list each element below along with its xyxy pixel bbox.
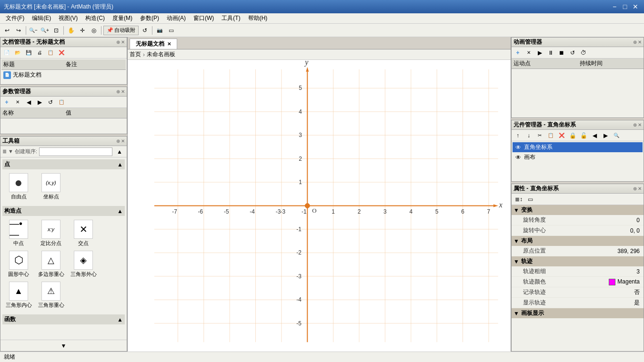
auto-snap-button[interactable]: 📌 自动吸附 [103,26,139,35]
anim-play-btn[interactable]: ▶ [534,48,545,58]
doc-open-btn[interactable]: 📂 [12,48,23,58]
tool-section-points-header[interactable]: 点 ▲ [2,159,125,169]
menu-measure[interactable]: 度量(M) [109,13,136,23]
param-add-btn[interactable]: + [1,97,12,108]
props-panel-close[interactable]: ✕ [638,186,642,191]
close-button[interactable]: ✕ [631,2,640,11]
elem-cut-btn[interactable]: ✂ [534,130,545,141]
trail-color-box[interactable] [609,279,615,285]
elem-row-1[interactable]: 👁 画布 [513,152,643,162]
anim-stop-btn[interactable]: ⏹ [556,48,567,58]
props-sort-btn[interactable]: ≣↕ [513,194,524,205]
anim-time-btn[interactable]: ⏱ [578,48,589,58]
doc-row-0[interactable]: 📄 无标题文档 [1,70,126,80]
anim-del-btn[interactable]: ✕ [523,48,534,58]
maximize-button[interactable]: □ [620,2,630,11]
refresh-button[interactable]: ↺ [140,25,150,36]
menu-file[interactable]: 文件(F) [2,13,28,23]
tool-section-construct-header[interactable]: 构造点 ▲ [2,206,125,216]
toolbox-scroll-up[interactable]: ▲ [114,147,125,157]
elem-prev-btn[interactable]: ◀ [589,130,600,141]
doc-tab-0[interactable]: 无标题文档 ✕ [130,39,177,49]
redo-button[interactable]: ↪ [13,25,24,36]
elem-copy-btn[interactable]: 📋 [545,130,556,141]
fit-button[interactable]: ⊡ [51,25,61,36]
tool-coord-point[interactable]: (x,y) 坐标点 [37,173,65,200]
anim-manager-pin[interactable]: ⊕ [633,39,637,45]
elem-row-0[interactable]: 👁 直角坐标系 [513,142,643,152]
doc-tab-0-close[interactable]: ✕ [167,41,171,47]
toolbox-pin[interactable]: ⊕ [116,138,120,144]
menu-animate[interactable]: 动画(A) [163,13,190,23]
tool-tri-centroid[interactable]: ⚠ 三角形重心 [37,282,65,309]
toolbox-scroll-down[interactable]: ▼ [59,341,69,351]
breadcrumb-board[interactable]: 未命名画板 [147,50,175,59]
tool-ratio-point[interactable]: x:y 定比分点 [37,220,65,247]
anim-loop-btn[interactable]: ↺ [567,48,578,58]
param-copy-btn[interactable]: 📋 [56,97,67,108]
tool-section-functions-header[interactable]: 函数 ▲ [2,314,125,324]
doc-copy-btn[interactable]: 📋 [45,48,56,58]
minimize-button[interactable]: − [610,2,619,11]
anim-pause-btn[interactable]: ⏸ [545,48,556,58]
pan-button[interactable]: ✋ [66,25,76,36]
breadcrumb-home[interactable]: 首页 [130,50,141,59]
props-section-transform-header[interactable]: ▼ 变换 [512,205,644,215]
props-section-board-header[interactable]: ▼ 画板显示 [512,308,644,318]
doc-manager-columns: 标题 备注 [1,59,126,70]
props-panel-pin[interactable]: ⊕ [633,186,637,191]
zoom-in-button[interactable]: 🔍+ [40,25,50,36]
elem-label-1: 画布 [524,153,535,161]
elem-del-btn[interactable]: ❌ [556,130,567,141]
menu-edit[interactable]: 编辑(E) [28,13,55,23]
canvas-area[interactable]: x y O -7 -6 -5 -4 -3 -1 1 2 3 4 5 6 7 -3… [128,60,511,352]
menu-param[interactable]: 参数(P) [136,13,163,23]
props-section-trail-header[interactable]: ▼ 轨迹 [512,256,644,266]
param-prev-btn[interactable]: ◀ [23,97,34,108]
param-manager-pin[interactable]: ⊕ [116,89,120,94]
elem-manager-pin[interactable]: ⊕ [633,122,637,127]
doc-delete-btn[interactable]: ❌ [56,48,67,58]
elem-search-btn[interactable]: 🔍 [611,130,622,141]
doc-save-btn[interactable]: 💾 [23,48,34,58]
elem-unlock-btn[interactable]: 🔓 [578,130,589,141]
doc-manager-pin[interactable]: ⊕ [116,39,120,45]
toolbox-close[interactable]: ✕ [121,138,125,144]
props-section-layout-header[interactable]: ▼ 布局 [512,236,644,246]
menu-help[interactable]: 帮助(H) [244,13,272,23]
snap-circle-button[interactable]: ◎ [89,25,99,36]
elem-manager-close[interactable]: ✕ [638,122,642,127]
tool-free-point[interactable]: ● 自由点 [4,173,33,200]
undo-button[interactable]: ↩ [2,25,12,36]
tool-circle-center[interactable]: ⬡ 圆形中心 [4,251,33,278]
crosshair-button[interactable]: ✛ [77,25,88,36]
anim-manager-close[interactable]: ✕ [638,39,642,45]
param-manager-close[interactable]: ✕ [121,89,125,94]
svg-text:O: O [312,207,316,214]
anim-add-btn[interactable]: + [513,48,523,58]
param-reset-btn[interactable]: ↺ [45,97,56,108]
elem-down-btn[interactable]: ↓ [523,130,534,141]
doc-manager-close[interactable]: ✕ [121,39,125,45]
tool-midpoint[interactable]: —•— 中点 [4,220,33,247]
doc-print-btn[interactable]: 🖨 [34,48,45,58]
menu-window[interactable]: 窗口(W) [190,13,218,23]
tool-intersection[interactable]: ✕ 交点 [69,220,98,247]
menu-construct[interactable]: 构造(C) [81,13,109,23]
zoom-out-button[interactable]: 🔍− [28,25,39,36]
toolbox-search-input[interactable] [39,147,112,156]
rect-button[interactable]: ▭ [166,25,176,36]
tool-poly-centroid[interactable]: △ 多边形重心 [37,251,65,278]
param-del-btn[interactable]: ✕ [12,97,23,108]
elem-lock-btn[interactable]: 🔒 [567,130,578,141]
menu-tools[interactable]: 工具(T) [218,13,244,23]
elem-up-btn[interactable]: ↑ [513,130,523,141]
tool-tri-circumcenter[interactable]: ◈ 三角形外心 [69,251,98,278]
menu-view[interactable]: 视图(V) [55,13,81,23]
camera-button[interactable]: 📷 [154,25,165,36]
doc-new-btn[interactable]: 📄 [1,48,12,58]
param-next-btn[interactable]: ▶ [34,97,45,108]
elem-next-btn[interactable]: ▶ [600,130,611,141]
tool-tri-incenter[interactable]: ▲ 三角形内心 [4,282,33,309]
props-group-btn[interactable]: ▭ [525,194,535,205]
